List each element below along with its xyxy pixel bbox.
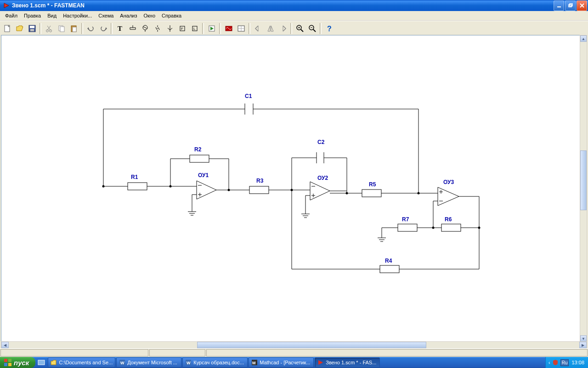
zoom-out-button[interactable] <box>306 23 318 35</box>
mirror-icon <box>266 24 275 33</box>
svg-rect-17 <box>73 27 76 32</box>
horizontal-scrollbar[interactable]: ◀ ▶ <box>1 341 587 349</box>
new-file-button[interactable] <box>1 23 13 35</box>
scroll-down-arrow[interactable]: ▼ <box>580 335 587 342</box>
fcomp-tool-button[interactable]: F <box>176 23 188 35</box>
vscroll-thumb[interactable] <box>580 150 587 210</box>
close-button[interactable] <box>577 0 587 11</box>
menu-edit[interactable]: Правка <box>21 12 44 19</box>
help-button[interactable]: ? <box>323 23 335 35</box>
svg-line-28 <box>143 27 147 29</box>
minimize-button[interactable] <box>554 0 564 11</box>
menu-bar: Файл Правка Вид Настройки... Схема Анали… <box>0 11 588 21</box>
vertical-scrollbar[interactable]: ▲ ▼ <box>580 35 587 342</box>
label-r5[interactable]: R5 <box>369 181 376 188</box>
label-r2[interactable]: R2 <box>194 146 202 153</box>
mirror-button[interactable] <box>264 23 277 35</box>
scroll-right-arrow[interactable]: ▶ <box>579 342 587 348</box>
task-label: Документ Microsoft ... <box>127 360 177 365</box>
svg-point-129 <box>418 192 420 195</box>
task-fastmean[interactable]: Звено 1.scm * - FAS... <box>315 357 380 368</box>
label-r3[interactable]: R3 <box>256 178 264 184</box>
zoom-out-icon <box>308 24 317 33</box>
tray-icon-1[interactable]: ‹ <box>548 360 550 365</box>
zoom-in-button[interactable] <box>294 23 306 35</box>
svg-text:L: L <box>193 27 196 31</box>
help-icon: ? <box>325 24 334 33</box>
diode-tool-button[interactable] <box>164 23 176 35</box>
run-button[interactable] <box>205 23 218 35</box>
source-tool-button[interactable] <box>151 23 164 35</box>
menu-window[interactable]: Окно <box>141 12 159 19</box>
hscroll-thumb[interactable] <box>197 342 426 348</box>
task-explorer[interactable]: C:\Documents and Se... <box>48 357 115 368</box>
svg-text:M: M <box>252 361 256 365</box>
save-file-button[interactable] <box>26 23 38 35</box>
restore-button[interactable] <box>565 0 576 11</box>
label-r1[interactable]: R1 <box>131 174 138 180</box>
vscroll-track[interactable] <box>580 42 587 335</box>
language-indicator[interactable]: Ru <box>560 359 569 366</box>
run-icon <box>208 24 216 33</box>
schematic-svg: C1 C2 R1 R2 R3 R4 R5 R6 R7 ОУ1 ОУ2 ОУ3 <box>1 35 580 342</box>
rotate-left-icon <box>254 24 262 33</box>
svg-marker-0 <box>4 3 9 8</box>
open-file-button[interactable] <box>13 23 26 35</box>
quick-launch-desktop[interactable] <box>38 359 45 366</box>
start-button[interactable]: пуск <box>0 357 35 368</box>
scroll-up-arrow[interactable]: ▲ <box>580 35 587 42</box>
osc-button[interactable] <box>222 23 235 35</box>
ground-icon <box>129 24 137 33</box>
text-tool-button[interactable]: T <box>114 23 126 35</box>
svg-rect-15 <box>60 27 64 32</box>
tray-shield-icon[interactable] <box>552 359 559 366</box>
label-r6[interactable]: R6 <box>445 216 452 223</box>
copy-button[interactable] <box>55 23 68 35</box>
menu-analysis[interactable]: Анализ <box>117 12 140 19</box>
app-icon <box>3 2 10 9</box>
lcomp-tool-button[interactable]: L <box>188 23 201 35</box>
resistor-tool-button[interactable] <box>139 23 151 35</box>
plot-button[interactable] <box>235 23 247 35</box>
menu-file[interactable]: Файл <box>2 12 21 19</box>
toolbar: T F L ? <box>0 21 588 36</box>
menu-scheme[interactable]: Схема <box>95 12 117 19</box>
undo-button[interactable] <box>85 23 97 35</box>
hscroll-track[interactable] <box>9 342 579 348</box>
svg-rect-79 <box>249 186 269 194</box>
label-oy1[interactable]: ОУ1 <box>198 172 209 178</box>
label-r7[interactable]: R7 <box>402 216 409 223</box>
task-mathcad[interactable]: MMathcad - [Расчетик... <box>249 357 314 368</box>
rotate-right-button[interactable] <box>277 23 289 35</box>
svg-text:?: ? <box>327 25 332 33</box>
rotate-left-button[interactable] <box>252 23 264 35</box>
menu-settings[interactable]: Настройки... <box>60 12 95 19</box>
svg-rect-8 <box>30 26 34 28</box>
svg-text:W: W <box>187 361 191 365</box>
label-r4[interactable]: R4 <box>385 258 392 264</box>
windows-logo-icon <box>4 358 12 367</box>
label-oy3[interactable]: ОУ3 <box>443 179 454 185</box>
label-oy2[interactable]: ОУ2 <box>317 175 328 181</box>
task-word2[interactable]: WКурсач образец.doc... <box>182 357 248 368</box>
schematic-canvas[interactable]: C1 C2 R1 R2 R3 R4 R5 R6 R7 ОУ1 ОУ2 ОУ3 <box>1 35 581 342</box>
task-word1[interactable]: WДокумент Microsoft ... <box>116 357 181 368</box>
label-c2[interactable]: C2 <box>317 139 325 145</box>
ground-tool-button[interactable] <box>126 23 139 35</box>
window-title: Звено 1.scm * - FASTMEAN <box>12 2 554 9</box>
svg-text:W: W <box>120 361 124 365</box>
lcomp-icon: L <box>191 24 199 33</box>
scroll-left-arrow[interactable]: ◀ <box>1 342 9 348</box>
word-icon: W <box>185 359 192 366</box>
clock[interactable]: 13:08 <box>571 360 585 365</box>
status-cell-1 <box>0 349 148 356</box>
menu-view[interactable]: Вид <box>44 12 60 19</box>
paste-icon <box>70 24 78 33</box>
redo-button[interactable] <box>97 23 109 35</box>
cut-button[interactable] <box>43 23 55 35</box>
osc-icon <box>225 24 233 33</box>
paste-button[interactable] <box>68 23 80 35</box>
menu-help[interactable]: Справка <box>158 12 185 19</box>
label-c1[interactable]: C1 <box>245 93 252 99</box>
svg-marker-19 <box>106 27 107 30</box>
